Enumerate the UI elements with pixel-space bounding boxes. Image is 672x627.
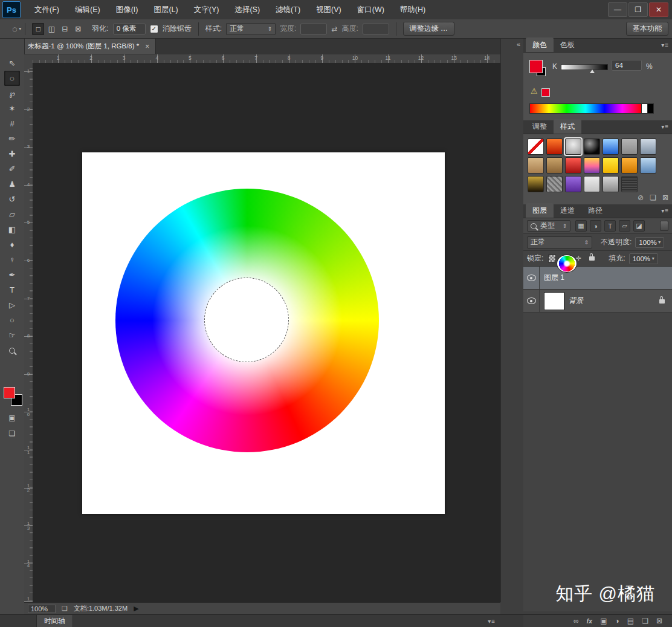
minimize-button[interactable]: — <box>608 2 627 17</box>
layer-visibility-toggle[interactable] <box>523 267 540 289</box>
dodge-tool[interactable]: ♀ <box>4 252 20 267</box>
clear-style-icon[interactable]: ⊘ <box>638 193 644 202</box>
menu-item[interactable]: 帮助(H) <box>392 0 433 19</box>
color-spectrum-ramp[interactable] <box>529 103 654 114</box>
ruler-origin[interactable] <box>24 54 33 63</box>
new-layer-icon[interactable]: ❏ <box>642 617 648 625</box>
menu-item[interactable]: 图像(I) <box>108 0 146 19</box>
path-selection-tool[interactable]: ▷ <box>4 297 20 313</box>
layer-thumbnail[interactable] <box>544 292 564 310</box>
swap-dimensions-icon[interactable]: ⇄ <box>331 25 337 33</box>
new-group-icon[interactable]: ▤ <box>627 617 634 625</box>
style-sky-metal[interactable] <box>640 157 656 174</box>
style-blue-glass[interactable] <box>603 138 619 155</box>
gradient-tool[interactable]: ◧ <box>4 222 20 237</box>
blur-tool[interactable]: ♦ <box>4 237 20 252</box>
antialias-checkbox[interactable]: ✓ <box>150 25 158 33</box>
style-steel[interactable] <box>640 138 656 155</box>
screen-mode-button[interactable]: ❏ <box>4 427 20 440</box>
healing-brush-tool[interactable]: ✚ <box>4 146 20 161</box>
layers-tab-通道[interactable]: 通道 <box>554 203 581 218</box>
eraser-tool[interactable]: ▱ <box>4 207 20 222</box>
width-input[interactable] <box>300 24 327 34</box>
k-value-input[interactable]: 64 <box>612 60 642 71</box>
style-black-sphere[interactable] <box>584 138 600 155</box>
clone-stamp-tool[interactable]: ♟ <box>4 177 20 192</box>
k-slider-track[interactable] <box>561 64 608 70</box>
color-tab-色板[interactable]: 色板 <box>554 37 581 52</box>
style-none[interactable] <box>528 138 544 155</box>
intersect-selection-button[interactable]: ⊠ <box>72 23 84 35</box>
add-to-selection-button[interactable]: ◫ <box>45 23 57 35</box>
spectrum-white-chip[interactable] <box>641 104 647 113</box>
tool-preset-dropdown[interactable]: ◌ ▾ <box>8 23 25 35</box>
close-button[interactable]: ✕ <box>649 2 668 17</box>
quick-mask-button[interactable]: ▣ <box>4 411 20 424</box>
document-tab[interactable]: 未标题-1 @ 100% (图层 1, RGB/8) * × <box>22 39 156 54</box>
maximize-button[interactable]: ❐ <box>628 2 648 17</box>
history-brush-tool[interactable]: ↺ <box>4 192 20 207</box>
type-tool[interactable]: T <box>4 282 20 297</box>
delete-layer-icon[interactable]: ⊠ <box>656 617 662 625</box>
style-gray-flat[interactable] <box>621 138 638 155</box>
layer-row[interactable]: 图层 1 <box>523 267 672 290</box>
menu-item[interactable]: 编辑(E) <box>67 0 108 19</box>
menu-item[interactable]: 视图(V) <box>308 0 349 19</box>
panel-menu-icon[interactable]: ▾≡ <box>661 123 669 130</box>
ellipse-marquee-tool[interactable]: ◌ <box>4 71 20 86</box>
layer-visibility-toggle[interactable] <box>523 290 540 312</box>
layers-tab-图层[interactable]: 图层 <box>526 203 554 218</box>
workspace-switcher-button[interactable]: 基本功能 <box>626 22 668 36</box>
eyedropper-tool[interactable]: ✏ <box>4 131 20 146</box>
menu-item[interactable]: 文件(F) <box>27 0 67 19</box>
delete-style-icon[interactable]: ⊠ <box>662 193 668 202</box>
filter-adjustment-layers-icon[interactable]: ◑ <box>590 220 601 232</box>
zoom-tool[interactable] <box>4 343 20 358</box>
menu-item[interactable]: 选择(S) <box>227 0 268 19</box>
style-purple[interactable] <box>565 176 581 192</box>
styles-tab-调整[interactable]: 调整 <box>526 119 554 134</box>
refine-edge-button[interactable]: 调整边缘 … <box>403 22 454 36</box>
lock-transparent-pixels-icon[interactable] <box>547 254 557 264</box>
foreground-color-swatch[interactable] <box>4 387 15 398</box>
style-gray-button[interactable] <box>565 138 581 155</box>
gamut-warning-icon[interactable]: ⚠ <box>531 86 538 96</box>
zoom-level-input[interactable]: 100% <box>28 605 56 613</box>
layer-filter-type-dropdown[interactable]: 类型 ⇕ <box>527 220 570 232</box>
new-style-icon[interactable]: ❏ <box>650 193 656 202</box>
move-tool[interactable]: ⇖ <box>4 56 20 71</box>
blend-mode-dropdown[interactable]: 正常 ⇕ <box>527 236 592 249</box>
gamut-warning-swatch[interactable] <box>541 88 550 97</box>
subtract-from-selection-button[interactable]: ⊟ <box>59 23 71 35</box>
collapse-panels-icon[interactable]: « <box>517 41 520 48</box>
new-selection-button[interactable]: □ <box>32 23 44 35</box>
feather-input[interactable]: 0 像素 <box>113 24 146 34</box>
ellipse-shape-tool[interactable]: ○ <box>4 313 20 328</box>
style-orange-red[interactable] <box>546 138 563 155</box>
menu-item[interactable]: 图层(L) <box>146 0 186 19</box>
menu-item[interactable]: 窗口(W) <box>349 0 392 19</box>
panel-menu-icon[interactable]: ▾≡ <box>488 618 496 625</box>
add-layer-mask-icon[interactable]: ▣ <box>600 617 607 625</box>
layer-filter-toggle[interactable] <box>660 221 668 231</box>
style-pale[interactable] <box>584 176 600 192</box>
color-tab-颜色[interactable]: 颜色 <box>526 37 554 52</box>
style-red-glossy[interactable] <box>565 157 581 174</box>
style-tan[interactable] <box>528 157 544 174</box>
style-silver[interactable] <box>603 176 619 192</box>
style-sunset[interactable] <box>584 157 600 174</box>
layer-thumbnail[interactable] <box>557 255 577 273</box>
panel-menu-icon[interactable]: ▾≡ <box>661 207 669 214</box>
magic-wand-tool[interactable]: ✶ <box>4 101 20 116</box>
style-dropdown[interactable]: 正常 ⇕ <box>226 23 276 35</box>
link-layers-icon[interactable]: ∞ <box>573 617 579 625</box>
canvas[interactable] <box>82 152 445 514</box>
panel-menu-icon[interactable]: ▾≡ <box>661 42 669 48</box>
style-gray-weave[interactable] <box>546 176 563 192</box>
hand-tool[interactable]: ☞ <box>4 328 20 343</box>
opacity-input[interactable]: 100% ▾ <box>635 237 664 248</box>
crop-tool[interactable]: # <box>4 116 20 131</box>
style-yellow[interactable] <box>603 157 619 174</box>
style-bronze[interactable] <box>546 157 563 174</box>
timeline-tab[interactable]: 时间轴 <box>36 615 73 627</box>
